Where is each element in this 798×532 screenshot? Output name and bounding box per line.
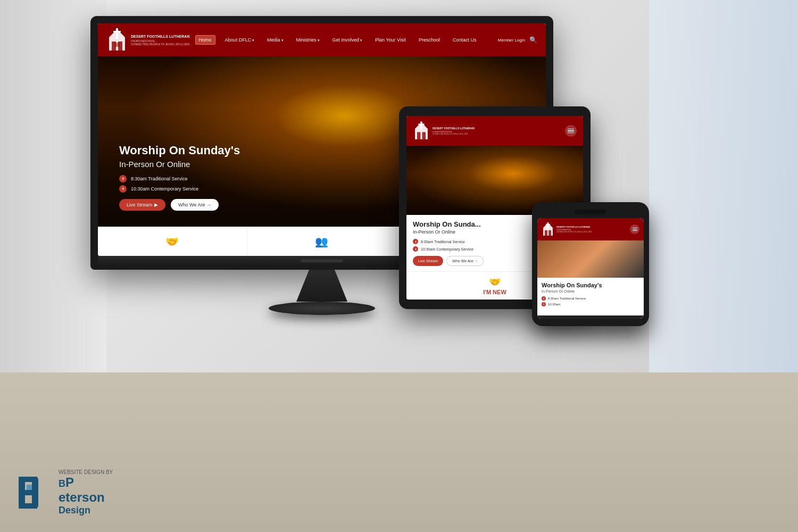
brand-name-b: B — [59, 478, 65, 489]
nav-plan-visit[interactable]: Plan Your Visit — [372, 36, 409, 44]
svg-rect-12 — [422, 132, 426, 139]
hamburger-line-3 — [568, 132, 574, 134]
phone-frame: DESERT FOOTHILLS LUTHERAN CHURCH&SCHOOL … — [532, 202, 649, 326]
tablet-live-stream-button[interactable]: Live Stream — [413, 256, 443, 266]
nav-about[interactable]: About DFLC — [222, 36, 257, 44]
brand-name-design: Design — [59, 505, 113, 516]
svg-rect-9 — [420, 121, 422, 130]
tablet-cross-icon-2: ✝ — [413, 246, 418, 252]
monitor-notch — [301, 259, 343, 262]
who-we-are-button[interactable]: Who We Are → — [171, 199, 219, 211]
phone-cross-icon-1: ✝ — [542, 296, 546, 301]
brand-name-p: P — [65, 475, 74, 490]
church-logo-icon — [106, 27, 128, 53]
brand-name-row: B P — [59, 475, 113, 490]
tablet-logo-area: DESERT FOOTHILLS LUTHERAN CHURCH&SCHOOL … — [413, 120, 475, 142]
nav-preschool[interactable]: Preschool — [415, 36, 443, 44]
phone-hamburger-line-2 — [633, 229, 637, 230]
phone-hamburger-line-1 — [633, 228, 637, 228]
phone-hero-subtitle: In-Person Or Online — [542, 289, 639, 293]
icon-bar-people[interactable]: 👥 — [247, 227, 397, 256]
phone-header: DESERT FOOTHILLS LUTHERAN CHURCH&SCHOOL … — [537, 218, 644, 240]
floor — [0, 372, 798, 532]
tablet-header: DESERT FOOTHILLS LUTHERAN CHURCH&SCHOOL … — [406, 116, 583, 146]
svg-rect-2 — [116, 28, 118, 39]
svg-rect-3 — [113, 31, 121, 32]
phone-screen: DESERT FOOTHILLS LUTHERAN CHURCH&SCHOOL … — [537, 218, 644, 319]
hero-title: Worship On Sunday's — [119, 144, 525, 157]
svg-rect-13 — [543, 228, 553, 236]
phone-service-1: ✝ 8:30am Traditional Service — [542, 296, 639, 301]
youtube-icon: ▶ — [154, 202, 158, 207]
svg-rect-10 — [418, 123, 424, 124]
phone-hamburger-menu[interactable] — [630, 225, 639, 234]
brand-logo-area: WEBSITE DESIGN BY B P eterson Design — [16, 469, 113, 516]
phone-hero — [537, 240, 644, 278]
phone-footer-bar — [537, 315, 644, 319]
phone-content: Worship On Sunday's In-Person Or Online … — [537, 278, 644, 312]
site-header: DESERT FOOTHILLS LUTHERAN CHURCH&SCHOOL … — [98, 23, 546, 56]
nav-media[interactable]: Media — [264, 36, 286, 44]
brand-text-area: WEBSITE DESIGN BY B P eterson Design — [59, 469, 113, 516]
svg-rect-24 — [32, 490, 38, 509]
tablet-church-icon — [413, 120, 430, 142]
hero-subtitle: In-Person Or Online — [119, 160, 525, 169]
phone-cross-icon-2: ✝ — [542, 302, 546, 306]
nav-ministries[interactable]: Ministries — [293, 36, 323, 44]
svg-rect-16 — [546, 224, 550, 225]
svg-rect-18 — [548, 230, 551, 236]
svg-rect-15 — [547, 222, 548, 229]
hamburger-line-2 — [568, 130, 574, 131]
tablet-logo-text: DESERT FOOTHILLS LUTHERAN CHURCH&SCHOOL … — [433, 127, 475, 135]
member-login-link[interactable]: Member Login — [498, 38, 525, 43]
phone-church-icon — [542, 221, 554, 237]
svg-rect-7 — [415, 129, 428, 139]
hamburger-line-1 — [568, 129, 574, 130]
nav-contact[interactable]: Contact Us — [450, 36, 480, 44]
phone-hamburger-line-3 — [633, 230, 637, 231]
service-cross-icon-1: ✝ — [119, 175, 127, 182]
hero-content: Worship On Sunday's In-Person Or Online … — [119, 144, 525, 211]
hero-buttons: Live Stream ▶ Who We Are → — [119, 199, 525, 211]
tablet-hamburger-menu[interactable] — [565, 125, 577, 137]
site-nav-right: Member Login 🔍 — [498, 36, 537, 44]
phone-device: DESERT FOOTHILLS LUTHERAN CHURCH&SCHOOL … — [532, 202, 649, 326]
site-logo-text: DESERT FOOTHILLS LUTHERAN CHURCH&SCHOOL … — [131, 34, 190, 45]
site-logo-area: DESERT FOOTHILLS LUTHERAN CHURCH&SCHOOL … — [106, 27, 190, 53]
brand-design-by: WEBSITE DESIGN BY — [59, 469, 113, 475]
icon-bar-handshake[interactable]: 🤝 — [98, 227, 247, 256]
phone-logo-area: DESERT FOOTHILLS LUTHERAN CHURCH&SCHOOL … — [542, 221, 592, 237]
phone-service-2: ✝ 10:30am — [542, 302, 639, 306]
phone-hero-title: Worship On Sunday's — [542, 282, 639, 288]
tablet-cross-icon-1: ✝ — [413, 239, 418, 244]
svg-rect-17 — [545, 230, 547, 236]
brand-b-icon — [16, 474, 53, 511]
live-stream-button[interactable]: Live Stream ▶ — [119, 199, 165, 211]
service-item-1: ✝ 8:30am Traditional Service — [119, 175, 525, 182]
service-item-2: ✝ 10:30am Contemporary Service — [119, 185, 525, 193]
bp-design-logo-svg — [16, 474, 53, 511]
phone-notch — [575, 210, 606, 214]
brand-name-eterson: eterson — [59, 490, 113, 505]
monitor-stand — [290, 270, 354, 302]
tablet-who-we-are-button[interactable]: Who We Are → — [446, 256, 484, 266]
nav-get-involved[interactable]: Get Involved — [329, 36, 365, 44]
search-icon[interactable]: 🔍 — [529, 36, 537, 44]
svg-rect-11 — [417, 132, 420, 139]
site-nav: Home About DFLC Media Ministries Get Inv… — [195, 35, 493, 45]
service-cross-icon-2: ✝ — [119, 185, 127, 193]
nav-home[interactable]: Home — [195, 35, 215, 45]
monitor-base — [269, 302, 375, 315]
phone-logo-text: DESERT FOOTHILLS LUTHERAN CHURCH&SCHOOL … — [556, 226, 592, 232]
svg-rect-25 — [27, 485, 32, 490]
svg-rect-6 — [114, 43, 120, 47]
